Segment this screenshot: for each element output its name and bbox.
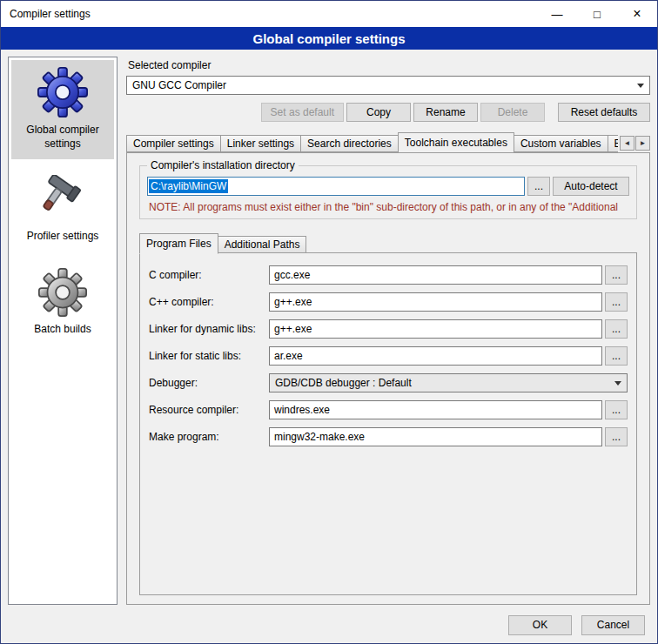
close-button[interactable]: ×: [617, 1, 657, 27]
debugger-label: Debugger:: [149, 377, 269, 389]
make-program-input[interactable]: [269, 427, 602, 446]
ok-button[interactable]: OK: [508, 615, 572, 635]
resource-compiler-browse-button[interactable]: ...: [605, 400, 628, 419]
static-linker-input[interactable]: [269, 346, 602, 366]
batch-builds-gear-icon: [38, 268, 87, 317]
c-compiler-label: C compiler:: [149, 269, 269, 281]
dynamic-linker-label: Linker for dynamic libs:: [149, 323, 269, 335]
static-linker-label: Linker for static libs:: [149, 350, 269, 362]
make-program-browse-button[interactable]: ...: [605, 427, 628, 446]
window-controls: — □ ×: [537, 1, 657, 27]
settings-tab-bar: Compiler settings Linker settings Search…: [126, 132, 650, 152]
dynamic-linker-browse-button[interactable]: ...: [605, 319, 628, 339]
installation-directory-group: Compiler's installation directory C:\ray…: [139, 165, 637, 219]
toolchain-executables-panel: Compiler's installation directory C:\ray…: [126, 152, 650, 605]
tab-scroll-left-icon: ◄: [624, 139, 631, 147]
titlebar[interactable]: Compiler settings — □ ×: [1, 1, 657, 27]
delete-button[interactable]: Delete: [480, 103, 545, 122]
c-compiler-input[interactable]: [269, 265, 602, 285]
debugger-select[interactable]: GDB/CDB debugger : Default: [269, 373, 628, 392]
selected-compiler-label: Selected compiler: [128, 59, 650, 71]
tab-search-directories[interactable]: Search directories: [300, 135, 399, 152]
tab-strip: Compiler settings Linker settings Search…: [126, 132, 618, 152]
installation-directory-group-title: Compiler's installation directory: [147, 159, 299, 171]
dynamic-linker-input[interactable]: [269, 319, 602, 339]
maximize-button[interactable]: □: [577, 1, 617, 27]
chevron-down-icon: [614, 381, 621, 386]
debugger-value: GDB/CDB debugger : Default: [275, 377, 412, 389]
c-compiler-browse-button[interactable]: ...: [605, 265, 628, 285]
minimize-icon: —: [552, 8, 563, 21]
reset-defaults-button[interactable]: Reset defaults: [558, 103, 650, 122]
sidebar-item-label: Global compiler settings: [13, 124, 112, 151]
chevron-down-icon: [637, 84, 644, 88]
tab-custom-variables[interactable]: Custom variables: [514, 135, 608, 152]
tab-build-options[interactable]: Build: [608, 135, 618, 152]
auto-detect-button[interactable]: Auto-detect: [553, 177, 629, 196]
selected-compiler-value: GNU GCC Compiler: [132, 79, 226, 91]
resource-compiler-input[interactable]: [269, 400, 602, 419]
cpp-compiler-row: C++ compiler: ...: [149, 292, 628, 312]
program-files-tab-bar: Program Files Additional Paths: [139, 233, 637, 253]
tab-program-files[interactable]: Program Files: [139, 233, 218, 254]
close-icon: ×: [633, 6, 641, 22]
set-as-default-button[interactable]: Set as default: [261, 103, 344, 122]
dialog-body: Global compiler settings Profiler settin…: [1, 50, 657, 607]
tab-scroll-right-button[interactable]: ►: [635, 136, 650, 151]
cpp-compiler-input[interactable]: [269, 292, 602, 312]
sidebar-item-label: Profiler settings: [27, 230, 99, 244]
sidebar-item-label: Batch builds: [34, 323, 91, 337]
resource-compiler-label: Resource compiler:: [149, 404, 269, 416]
installation-directory-row: C:\raylib\MinGW ... Auto-detect: [147, 177, 629, 196]
tab-additional-paths[interactable]: Additional Paths: [218, 236, 307, 253]
copy-button[interactable]: Copy: [346, 103, 411, 122]
maximize-icon: □: [594, 8, 601, 21]
tab-compiler-settings[interactable]: Compiler settings: [126, 135, 221, 152]
tab-scroll-right-icon: ►: [640, 139, 647, 147]
settings-category-sidebar: Global compiler settings Profiler settin…: [8, 57, 118, 605]
static-linker-row: Linker for static libs: ...: [149, 346, 628, 366]
tab-linker-settings[interactable]: Linker settings: [220, 135, 301, 152]
c-compiler-row: C compiler: ...: [149, 265, 628, 285]
tab-scroll-controls: ◄ ►: [620, 136, 650, 151]
profiler-hammer-icon: [38, 175, 87, 224]
selected-compiler-select[interactable]: GNU GCC Compiler: [126, 76, 650, 95]
tab-scroll-left-button[interactable]: ◄: [620, 136, 634, 151]
installation-directory-input[interactable]: C:\raylib\MinGW: [147, 177, 525, 196]
resource-compiler-row: Resource compiler: ...: [149, 400, 628, 419]
cpp-compiler-browse-button[interactable]: ...: [605, 292, 628, 312]
cpp-compiler-label: C++ compiler:: [149, 296, 269, 308]
installation-directory-browse-button[interactable]: ...: [527, 177, 550, 196]
main-panel: Selected compiler GNU GCC Compiler Set a…: [126, 57, 650, 605]
rename-button[interactable]: Rename: [413, 103, 478, 122]
cancel-button[interactable]: Cancel: [581, 615, 645, 635]
dialog-header-title: Global compiler settings: [1, 27, 657, 50]
sidebar-item-profiler-settings[interactable]: Profiler settings: [11, 168, 114, 252]
debugger-row: Debugger: GDB/CDB debugger : Default: [149, 373, 628, 392]
dialog-footer: OK Cancel: [1, 607, 657, 643]
make-program-row: Make program: ...: [149, 427, 628, 446]
global-compiler-gear-icon: [37, 67, 88, 117]
installation-directory-value: C:\raylib\MinGW: [149, 179, 228, 193]
static-linker-browse-button[interactable]: ...: [605, 346, 628, 366]
sidebar-item-global-compiler-settings[interactable]: Global compiler settings: [11, 60, 114, 159]
minimize-button[interactable]: —: [537, 1, 577, 27]
program-files-panel: C compiler: ... C++ compiler: ... Linker…: [139, 252, 637, 595]
tab-toolchain-executables[interactable]: Toolchain executables: [398, 132, 514, 152]
make-program-label: Make program:: [149, 431, 269, 443]
compiler-settings-window: Compiler settings — □ × Global compiler …: [0, 0, 658, 644]
dynamic-linker-row: Linker for dynamic libs: ...: [149, 319, 628, 339]
sidebar-item-batch-builds[interactable]: Batch builds: [11, 261, 114, 345]
bin-subdirectory-note: NOTE: All programs must exist either in …: [149, 201, 629, 213]
window-title: Compiler settings: [1, 8, 91, 20]
compiler-actions-row: Set as default Copy Rename Delete Reset …: [126, 103, 650, 122]
